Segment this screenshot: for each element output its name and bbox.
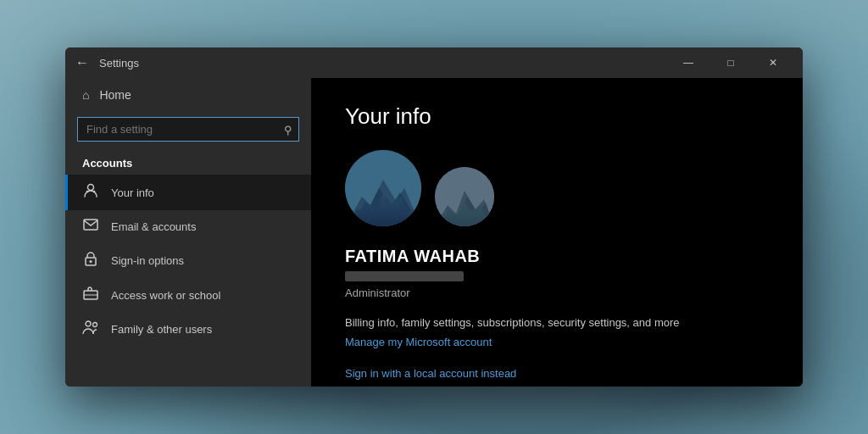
- svg-point-0: [88, 185, 94, 191]
- sidebar-home-item[interactable]: ⌂ Home: [65, 78, 311, 112]
- title-bar: ← Settings — □ ✕: [65, 47, 803, 78]
- sidebar: ⌂ Home ⚲ Accounts: [65, 78, 311, 387]
- sidebar-label-work: Access work or school: [111, 289, 220, 302]
- main-content: Your info: [311, 78, 803, 387]
- window-body: ⌂ Home ⚲ Accounts: [65, 78, 803, 387]
- search-input[interactable]: [77, 117, 299, 142]
- person-icon: [82, 183, 99, 202]
- user-role: Administrator: [345, 287, 769, 299]
- sidebar-home-label: Home: [99, 88, 131, 102]
- manage-account-link[interactable]: Manage my Microsoft account: [345, 336, 769, 348]
- svg-point-9: [93, 323, 97, 327]
- sidebar-label-email: Email & accounts: [111, 220, 196, 233]
- lock-icon: [82, 251, 99, 270]
- home-icon: ⌂: [82, 88, 89, 102]
- avatar-large: [345, 150, 421, 226]
- billing-text: Billing info, family settings, subscript…: [345, 316, 769, 329]
- settings-window: ← Settings — □ ✕ ⌂ Home ⚲ Accounts: [65, 47, 803, 387]
- window-controls: — □ ✕: [669, 49, 793, 76]
- avatar-small: [435, 167, 494, 226]
- back-button[interactable]: ←: [75, 55, 89, 70]
- avatars-row: [345, 150, 769, 226]
- minimize-button[interactable]: —: [669, 49, 708, 76]
- svg-point-8: [86, 321, 91, 326]
- user-email-redacted: [345, 271, 464, 281]
- svg-point-5: [90, 260, 92, 263]
- sidebar-label-your-info: Your info: [111, 186, 154, 199]
- svg-rect-3: [84, 220, 97, 230]
- section-label: Accounts: [65, 150, 311, 175]
- search-icon: ⚲: [284, 123, 292, 136]
- sidebar-search-container: ⚲: [77, 117, 299, 142]
- email-icon: [82, 219, 99, 234]
- window-title: Settings: [99, 57, 669, 70]
- sidebar-item-sign-in[interactable]: Sign-in options: [65, 242, 311, 278]
- user-name: FATIMA WAHAB: [345, 247, 769, 266]
- people-icon: [82, 320, 99, 337]
- sidebar-item-email-accounts[interactable]: Email & accounts: [65, 210, 311, 242]
- local-account-link[interactable]: Sign in with a local account instead: [345, 367, 516, 380]
- maximize-button[interactable]: □: [711, 49, 750, 76]
- sidebar-item-work-school[interactable]: Access work or school: [65, 278, 311, 312]
- sidebar-label-sign-in: Sign-in options: [111, 254, 184, 267]
- sidebar-item-family[interactable]: Family & other users: [65, 312, 311, 346]
- sidebar-label-family: Family & other users: [111, 323, 212, 336]
- briefcase-icon: [82, 287, 99, 303]
- page-title: Your info: [345, 103, 769, 130]
- close-button[interactable]: ✕: [754, 49, 793, 76]
- sidebar-item-your-info[interactable]: Your info: [65, 175, 311, 210]
